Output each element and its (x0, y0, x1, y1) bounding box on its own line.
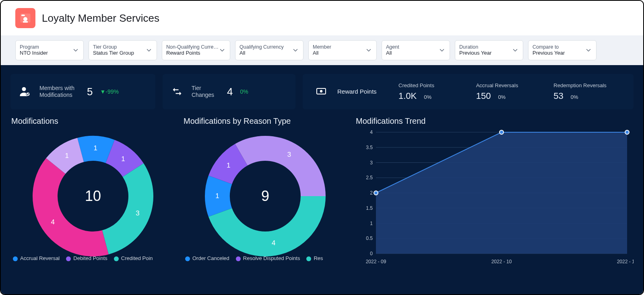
x-tick-label: 2022 - 09 (366, 259, 386, 264)
filter-label: Qualifying Currency (239, 44, 284, 50)
kpi-label: Tier Changes (192, 85, 220, 99)
subgroup-value: 53 (553, 91, 563, 101)
kpi-delta: ▼-99% (100, 88, 119, 95)
subgroup-name: Accrual Reversals (476, 82, 549, 88)
filter-value: Previous Year (533, 50, 565, 56)
cash-icon (314, 84, 328, 99)
filter-bar: ProgramNTO InsiderTier GroupStatus Tier … (1, 35, 643, 65)
filter-label: Duration (459, 44, 491, 50)
filter-value: Previous Year (459, 50, 491, 56)
kpi-row: Members with Modifications 5 ▼-99% Tier … (10, 74, 634, 109)
charts-row: Modifications 1134110 Accrual ReversalDe… (10, 117, 634, 275)
subgroup-name: Credited Points (398, 82, 471, 88)
y-tick-label: 1.5 (366, 205, 373, 211)
dashboard-body: Members with Modifications 5 ▼-99% Tier … (1, 65, 643, 295)
app-icon (15, 8, 35, 28)
legend-swatch-icon (13, 256, 18, 261)
chevron-down-icon (219, 47, 226, 54)
y-tick-label: 3.5 (366, 145, 373, 150)
x-tick-label: 2022 - 11 (617, 259, 634, 264)
kpi-subgroup-redemption: Redemption Reversals 530% (553, 82, 626, 101)
y-tick-label: 0.5 (366, 236, 373, 241)
filter-label: Non-Qualifying Curre… (166, 44, 219, 50)
filter-value: All (239, 50, 284, 56)
y-tick-label: 2.5 (366, 175, 373, 180)
trend-area (376, 132, 627, 254)
members-icon (18, 84, 32, 99)
svg-point-8 (320, 90, 322, 92)
page-header: Loyalty Member Services (1, 1, 643, 35)
y-tick-label: 4 (370, 130, 373, 135)
legend-swatch-icon (185, 256, 190, 261)
kpi-value: 5 (87, 86, 93, 98)
chart-modifications-trend: Modifications Trend 00.511.522.533.54202… (355, 117, 634, 275)
kpi-delta: 0% (240, 88, 248, 95)
donut-center-total: 9 (199, 130, 332, 262)
filter-value: All (386, 50, 399, 56)
kpi-value: 4 (227, 86, 233, 98)
page-title: Loyalty Member Services (42, 12, 159, 25)
chart-title: Modifications by Reason Type (184, 117, 348, 126)
filter-agent[interactable]: AgentAll (382, 40, 450, 60)
chevron-down-icon (72, 47, 79, 54)
chart-modifications-by-reason: Modifications by Reason Type 11349 Order… (183, 117, 348, 275)
area-chart: 00.511.522.533.542022 - 092022 - 102022 … (355, 130, 634, 275)
chevron-down-icon (365, 47, 372, 54)
donut-center-total: 10 (27, 130, 159, 262)
filter-duration[interactable]: DurationPrevious Year (455, 40, 523, 60)
filter-label: Program (20, 44, 48, 50)
kpi-subgroup-accrual: Accrual Reversals 1500% (476, 82, 549, 101)
filter-label: Member (313, 44, 331, 50)
chevron-down-icon (585, 47, 592, 54)
kpi-label: Members with Modifications (39, 85, 80, 99)
kpi-subgroup-credited: Credited Points 1.0K0% (398, 82, 471, 101)
kpi-reward-points: Reward Points Credited Points 1.0K0% Acc… (303, 74, 634, 109)
chart-modifications: Modifications 1134110 Accrual ReversalDe… (10, 117, 175, 275)
svg-point-2 (23, 17, 27, 21)
y-tick-label: 3 (370, 160, 373, 166)
svg-rect-3 (23, 21, 28, 23)
trend-point[interactable] (374, 191, 378, 195)
chevron-down-icon (512, 47, 519, 54)
filter-label: Agent (386, 44, 399, 50)
chevron-down-icon (438, 47, 446, 54)
filter-tier-group[interactable]: Tier GroupStatus Tier Group (89, 40, 157, 60)
subgroup-delta: 0% (424, 94, 431, 100)
kpi-tier-changes: Tier Changes 4 0% (163, 74, 295, 109)
subgroup-value: 150 (476, 91, 491, 101)
trend-point[interactable] (500, 130, 504, 134)
filter-q-currency[interactable]: Qualifying CurrencyAll (235, 40, 303, 60)
chart-title: Modifications Trend (356, 117, 634, 126)
y-tick-label: 1 (370, 221, 373, 226)
donut-chart: 1134110 (27, 130, 159, 262)
kpi-members-with-modifications: Members with Modifications 5 ▼-99% (10, 74, 155, 109)
filter-label: Tier Group (93, 44, 134, 50)
subgroup-delta: 0% (571, 94, 578, 100)
chevron-down-icon (292, 47, 299, 54)
x-tick-label: 2022 - 10 (491, 259, 512, 264)
swap-icon (170, 84, 184, 99)
subgroup-value: 1.0K (398, 91, 417, 101)
filter-compare[interactable]: Compare toPrevious Year (528, 40, 597, 60)
donut-chart: 11349 (199, 130, 332, 262)
svg-point-4 (22, 87, 26, 91)
svg-rect-1 (21, 14, 25, 16)
filter-label: Compare to (533, 44, 565, 50)
filter-value: NTO Insider (20, 50, 48, 56)
y-tick-label: 0 (370, 251, 373, 256)
chart-title: Modifications (11, 117, 175, 126)
kpi-label: Reward Points (337, 88, 394, 96)
chevron-down-icon (145, 47, 153, 54)
subgroup-delta: 0% (498, 94, 506, 100)
y-tick-label: 2 (370, 190, 373, 196)
filter-nq-currency[interactable]: Non-Qualifying Curre…Reward Points (162, 40, 230, 60)
filter-value: Status Tier Group (93, 50, 134, 56)
filter-value: Reward Points (166, 50, 219, 56)
filter-member[interactable]: MemberAll (308, 40, 377, 60)
subgroup-name: Redemption Reversals (553, 82, 626, 88)
trend-point[interactable] (625, 130, 629, 134)
filter-program[interactable]: ProgramNTO Insider (15, 40, 84, 60)
filter-value: All (313, 50, 331, 56)
